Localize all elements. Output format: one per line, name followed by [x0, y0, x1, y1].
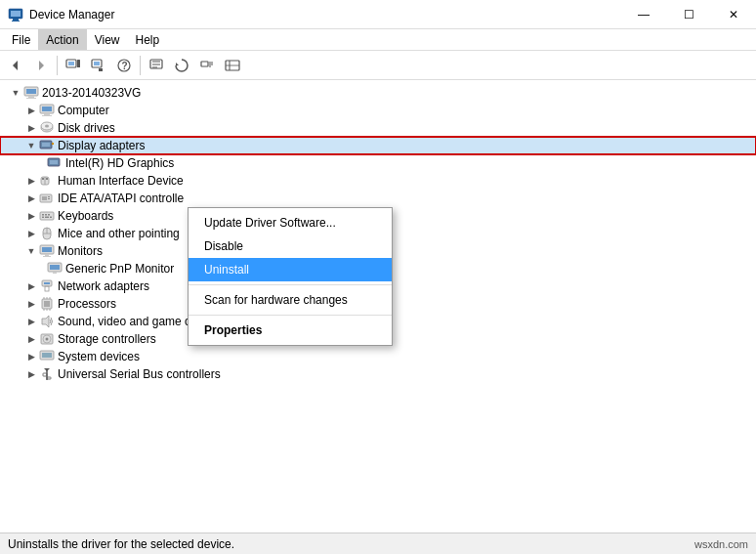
tree-root[interactable]: ▼ 2013-20140323VG — [0, 84, 756, 102]
svg-rect-41 — [50, 160, 58, 164]
tree-item-hid[interactable]: ▶ Human Interface Device — [0, 172, 756, 190]
svg-rect-38 — [42, 143, 50, 147]
menu-bar: File Action View Help — [0, 29, 756, 51]
expand-computer[interactable]: ▶ — [23, 103, 39, 118]
menu-action[interactable]: Action — [38, 29, 86, 50]
tree-item-usb[interactable]: ▶ Universal Serial Bus controllers — [0, 365, 756, 383]
expand-ide[interactable]: ▶ — [23, 191, 39, 206]
svg-rect-83 — [42, 353, 52, 358]
svg-rect-50 — [40, 212, 54, 220]
ctx-update-driver[interactable]: Update Driver Software... — [189, 211, 392, 234]
svg-rect-49 — [48, 198, 50, 199]
computer-icon — [23, 85, 39, 101]
svg-point-45 — [46, 178, 48, 180]
toolbar-btn-3[interactable] — [145, 54, 168, 77]
expand-sound[interactable]: ▶ — [23, 314, 39, 329]
svg-rect-55 — [45, 217, 49, 219]
expand-network[interactable]: ▶ — [23, 278, 39, 294]
storage-label: Storage controllers — [58, 332, 156, 346]
status-text: Uninstalls the driver for the selected d… — [8, 537, 234, 551]
expand-monitors[interactable]: ▼ — [23, 243, 39, 259]
tree-item-intel[interactable]: Intel(R) HD Graphics — [0, 154, 756, 172]
svg-rect-1 — [11, 11, 21, 17]
svg-rect-33 — [42, 115, 52, 116]
svg-rect-28 — [28, 96, 34, 98]
minimize-button[interactable]: — — [621, 0, 666, 29]
expand-hid[interactable]: ▶ — [23, 173, 39, 189]
toolbar-btn-4[interactable] — [195, 54, 219, 77]
expand-system[interactable]: ▶ — [23, 349, 39, 364]
ctx-disable[interactable]: Disable — [189, 234, 392, 258]
toolbar-sep-1 — [57, 56, 58, 75]
svg-rect-11 — [99, 68, 103, 71]
svg-rect-56 — [50, 217, 52, 219]
svg-marker-5 — [39, 61, 44, 70]
svg-rect-19 — [201, 62, 208, 66]
intel-icon — [47, 155, 63, 171]
toolbar-btn-1[interactable] — [62, 54, 85, 77]
ctx-uninstall[interactable]: Uninstall — [189, 258, 392, 281]
svg-rect-53 — [48, 214, 50, 216]
ctx-sep-1 — [189, 284, 392, 285]
maximize-button[interactable]: ☐ — [666, 0, 711, 29]
sound-icon — [39, 314, 55, 329]
title-bar: Device Manager — ☐ ✕ — [0, 0, 756, 29]
tree-item-disk[interactable]: ▶ Disk drives — [0, 119, 756, 137]
tree-item-system[interactable]: ▶ System devices — [0, 348, 756, 365]
svg-rect-66 — [53, 272, 57, 274]
toolbar-btn-5[interactable] — [221, 54, 244, 77]
expand-pnp — [39, 261, 47, 277]
toolbar-help[interactable]: ? — [112, 54, 136, 77]
expand-root[interactable]: ▼ — [8, 85, 23, 101]
svg-rect-10 — [94, 62, 100, 65]
close-button[interactable]: ✕ — [711, 0, 756, 29]
expand-processors[interactable]: ▶ — [23, 296, 39, 312]
expand-storage[interactable]: ▶ — [23, 331, 39, 347]
pnp-icon — [47, 261, 63, 277]
toolbar-btn-2[interactable] — [87, 54, 110, 77]
mouse-icon — [39, 226, 55, 241]
ctx-scan[interactable]: Scan for hardware changes — [189, 288, 392, 312]
svg-point-81 — [46, 338, 49, 341]
svg-rect-39 — [52, 143, 54, 145]
monitor-icon — [39, 243, 55, 259]
usb-label: Universal Serial Bus controllers — [58, 367, 221, 381]
toolbar-forward[interactable] — [29, 54, 53, 77]
menu-view[interactable]: View — [87, 29, 128, 50]
tree-item-display[interactable]: ▼ Display adapters — [0, 137, 756, 154]
status-bar: Uninstalls the driver for the selected d… — [0, 533, 756, 554]
display-label: Display adapters — [58, 139, 145, 152]
ctx-properties[interactable]: Properties — [189, 319, 392, 342]
disk-label: Disk drives — [58, 121, 115, 135]
disk-icon — [39, 120, 55, 136]
expand-usb[interactable]: ▶ — [23, 366, 39, 382]
svg-point-36 — [45, 125, 49, 128]
expand-keyboards[interactable]: ▶ — [23, 208, 39, 224]
title-bar-title: Device Manager — [29, 8, 114, 21]
tree-item-computer[interactable]: ▶ Computer — [0, 102, 756, 119]
expand-intel — [39, 155, 47, 171]
title-bar-left: Device Manager — [8, 7, 114, 22]
expand-mice[interactable]: ▶ — [23, 226, 39, 241]
toolbar: ? — [0, 51, 756, 80]
tree-item-ide[interactable]: ▶ IDE ATA/ATAPI controlle — [0, 190, 756, 207]
menu-file[interactable]: File — [4, 29, 38, 50]
svg-rect-68 — [44, 282, 50, 284]
svg-rect-29 — [26, 98, 36, 99]
svg-marker-4 — [13, 61, 18, 70]
expand-disk[interactable]: ▶ — [23, 120, 39, 136]
menu-help[interactable]: Help — [128, 29, 168, 50]
expand-display[interactable]: ▼ — [23, 138, 39, 153]
toolbar-back[interactable] — [4, 54, 27, 77]
mice-label: Mice and other pointing — [58, 227, 180, 240]
svg-marker-18 — [176, 63, 179, 65]
toolbar-scan[interactable] — [170, 54, 193, 77]
svg-rect-32 — [44, 113, 50, 115]
svg-text:?: ? — [122, 61, 128, 71]
svg-rect-31 — [42, 107, 52, 111]
svg-rect-54 — [42, 217, 44, 219]
svg-point-44 — [42, 178, 44, 180]
app-icon — [8, 7, 23, 22]
svg-rect-71 — [44, 301, 50, 307]
title-bar-controls: — ☐ ✕ — [621, 0, 756, 28]
